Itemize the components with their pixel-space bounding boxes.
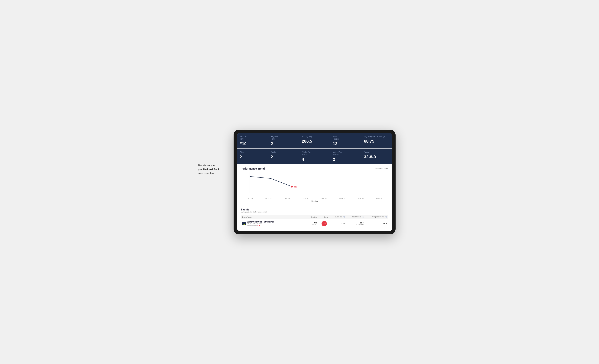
th-event-sg: Event SG i <box>330 215 346 219</box>
event-date: Oct 9 – Oct 10, 2023 <box>247 223 274 225</box>
td-event-sg: 0.45 <box>330 219 346 228</box>
performance-section: Performance Trend National Rank <box>237 164 392 205</box>
stat-label-avg-weighted: Avg. Weighted Points i <box>364 135 389 138</box>
stat-label-total-rounds: TotalRounds <box>333 135 359 140</box>
stats-row-2: Wins 2 Top 3s 2 Stroke PlayEvents 4 Matc… <box>237 149 392 164</box>
td-score: -22 <box>319 219 330 228</box>
chart-x-label-jan24: JAN 24 <box>296 198 315 200</box>
event-name: Buster Cozy Cup – Stroke Play <box>247 221 274 223</box>
td-event-name: ⛳ Buster Cozy Cup – Stroke Play Oct 9 – … <box>241 219 307 228</box>
perf-title: Performance Trend <box>241 167 265 170</box>
perf-chart-label: National Rank <box>375 168 388 170</box>
stat-label-match-play: Match PlayEvents <box>333 151 359 156</box>
stat-label-wins: Wins <box>240 151 265 153</box>
stat-value-record: 32-8-0 <box>364 154 389 160</box>
stat-scoring-avg: Scoring Avg. 286.5 <box>299 133 330 149</box>
events-last-updated: Last updated: 24th November 2023 <box>241 211 388 213</box>
events-title: Events <box>241 208 388 211</box>
stat-value-total-rounds: 12 <box>333 141 359 146</box>
chart-point-label: #10 <box>294 185 297 188</box>
stat-label-scoring-avg: Scoring Avg. <box>302 135 327 138</box>
stat-value-match-play: 2 <box>333 157 359 162</box>
stat-label-stroke-play: Stroke PlayEvents <box>302 151 327 156</box>
rank-impact-value: 3 <box>257 225 258 227</box>
stat-label-national-rank: NationalRank <box>240 135 265 140</box>
events-section: Events Last updated: 24th November 2023 … <box>237 205 392 231</box>
score-badge: -22 <box>322 221 327 226</box>
chart-datapoint <box>291 186 293 188</box>
chart-x-label-mar24: MAR 24 <box>333 198 352 200</box>
rank-impact-arrow: ▼ <box>258 225 260 227</box>
tablet-screen: NationalRank #10 RegionalRank 2 Scoring … <box>237 133 392 231</box>
content-area: NationalRank #10 RegionalRank 2 Scoring … <box>237 133 392 231</box>
td-position: 6th out of 7 <box>307 219 319 228</box>
stat-stroke-play: Stroke PlayEvents 4 <box>299 149 330 164</box>
annotation-text: This shows you your National Rank trend … <box>198 164 230 175</box>
event-type-icon: ⛳ <box>242 222 246 225</box>
chart-x-label-dec23: DEC 23 <box>278 198 296 200</box>
perf-header: Performance Trend National Rank <box>241 167 388 170</box>
stat-value-national-rank: #10 <box>240 141 265 146</box>
stat-wins: Wins 2 <box>237 149 268 164</box>
chart-x-label-feb24: FEB 24 <box>315 198 333 200</box>
stat-value-regional-rank: 2 <box>271 141 296 146</box>
stat-value-scoring-avg: 286.5 <box>302 139 327 144</box>
table-row: ⛳ Buster Cozy Cup – Stroke Play Oct 9 – … <box>241 219 388 228</box>
stat-national-rank: NationalRank #10 <box>237 133 268 149</box>
performance-chart: #10 <box>241 172 388 197</box>
stat-match-play: Match PlayEvents 2 <box>330 149 361 164</box>
events-table: Event Name Position Score Event SG <box>241 215 388 228</box>
stat-top3s: Top 3s 2 <box>268 149 299 164</box>
td-weighted-points: 28.3 <box>365 219 388 228</box>
chart-x-label-may24: MAY 24 <box>370 198 388 200</box>
th-weighted-points: Weighted Points i <box>365 215 388 219</box>
info-icon-event-sg: i <box>343 216 345 218</box>
position-value: 6th <box>309 222 317 224</box>
rank-impact: Rank Impact: 3 ▼ <box>247 225 274 227</box>
chart-x-labels: OCT 23 NOV 23 DEC 23 JAN 24 FEB 24 MAR 2… <box>241 197 388 200</box>
tablet-frame: NationalRank #10 RegionalRank 2 Scoring … <box>234 130 396 234</box>
chart-x-label-apr24: APR 24 <box>352 198 370 200</box>
chart-x-title: Months <box>241 200 388 202</box>
chart-area: #10 <box>241 172 388 197</box>
stat-value-avg-weighted: 68.75 <box>364 139 389 144</box>
stat-record: Record 32-8-0 <box>361 149 392 164</box>
total-points-sub: 3 Rounds <box>348 224 363 226</box>
position-sub: out of 7 <box>309 224 317 226</box>
events-table-header-row: Event Name Position Score Event SG <box>241 215 388 219</box>
info-icon-avg-weighted: i <box>383 136 385 138</box>
th-event-name: Event Name <box>241 215 307 219</box>
chart-x-label-nov23: NOV 23 <box>259 198 278 200</box>
stat-value-top3s: 2 <box>271 154 296 160</box>
stats-row-1: NationalRank #10 RegionalRank 2 Scoring … <box>237 133 392 149</box>
th-score: Score <box>319 215 330 219</box>
stat-label-top3s: Top 3s <box>271 151 296 153</box>
stat-label-record: Record <box>364 151 389 153</box>
info-icon-weighted-points: i <box>385 216 387 218</box>
chart-x-label-oct23: OCT 23 <box>241 198 259 200</box>
stat-label-regional-rank: RegionalRank <box>271 135 296 140</box>
stat-value-stroke-play: 4 <box>302 157 327 162</box>
total-points-value: 28.3 <box>348 222 363 224</box>
info-icon-total-points: i <box>362 216 363 218</box>
th-position: Position <box>307 215 319 219</box>
stat-regional-rank: RegionalRank 2 <box>268 133 299 149</box>
stat-value-wins: 2 <box>240 154 265 160</box>
stat-avg-weighted: Avg. Weighted Points i 68.75 <box>361 133 392 149</box>
td-total-points: 28.3 3 Rounds <box>346 219 365 228</box>
th-total-points: Total Points i <box>346 215 365 219</box>
stat-total-rounds: TotalRounds 12 <box>330 133 361 149</box>
